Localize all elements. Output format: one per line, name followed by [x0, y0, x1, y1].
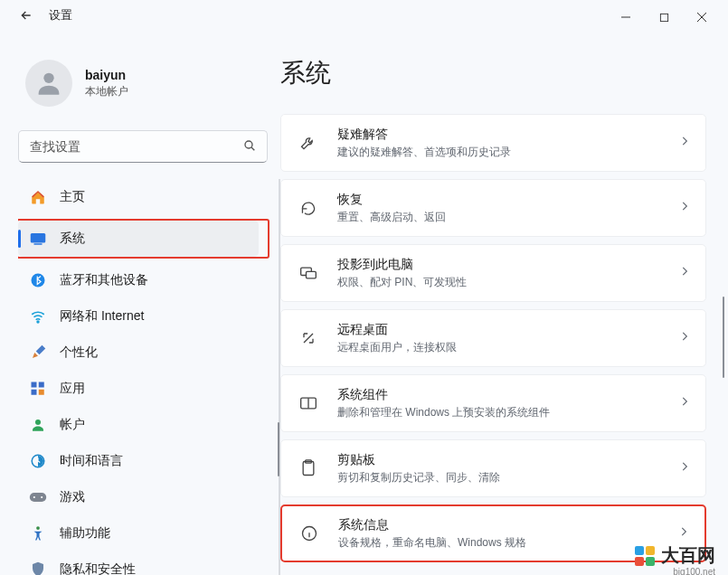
svg-rect-8 — [34, 243, 43, 245]
system-icon — [29, 230, 47, 248]
project-icon — [296, 265, 321, 281]
sidebar-item-label: 个性化 — [60, 344, 98, 361]
card-recovery[interactable]: 恢复重置、高级启动、返回 — [280, 179, 706, 237]
card-clipboard[interactable]: 剪贴板剪切和复制历史记录、同步、清除 — [280, 439, 706, 497]
svg-rect-7 — [31, 233, 46, 243]
svg-point-19 — [41, 496, 43, 498]
chevron-right-icon — [678, 200, 691, 216]
sidebar-item-accessibility[interactable]: 辅助功能 — [18, 515, 268, 551]
card-title: 系统信息 — [338, 517, 677, 533]
sidebar-item-time[interactable]: 时间和语言 — [18, 443, 268, 479]
search-input[interactable] — [18, 130, 268, 163]
avatar — [25, 60, 72, 107]
chevron-right-icon — [678, 135, 691, 151]
sidebar-item-accounts[interactable]: 帐户 — [18, 407, 268, 443]
sidebar-item-label: 主页 — [60, 189, 85, 205]
recovery-icon — [296, 200, 321, 216]
svg-point-5 — [245, 141, 252, 148]
svg-rect-22 — [307, 271, 317, 278]
back-button[interactable] — [18, 7, 34, 24]
page-title: 系统 — [280, 56, 706, 90]
card-sub: 设备规格，重命名电脑、Windows 规格 — [338, 535, 677, 551]
svg-point-10 — [37, 321, 39, 323]
card-remote[interactable]: 远程桌面远程桌面用户，连接权限 — [280, 309, 706, 367]
card-sub: 删除和管理在 Windows 上预安装的系统组件 — [337, 405, 678, 420]
maximize-button[interactable] — [645, 4, 683, 31]
card-project[interactable]: 投影到此电脑权限、配对 PIN、可发现性 — [280, 244, 706, 302]
watermark: 大百网 big100.net — [634, 543, 715, 568]
svg-point-4 — [43, 73, 53, 83]
svg-rect-12 — [39, 382, 44, 388]
clipboard-icon — [296, 459, 321, 477]
svg-rect-17 — [30, 493, 46, 502]
sidebar-item-gaming[interactable]: 游戏 — [18, 479, 268, 515]
minimize-button[interactable] — [607, 4, 645, 31]
chevron-right-icon — [678, 395, 691, 411]
sidebar-item-label: 系统 — [60, 231, 85, 247]
search-box[interactable] — [18, 130, 268, 163]
card-title: 恢复 — [337, 192, 678, 208]
sidebar-item-personalization[interactable]: 个性化 — [18, 335, 268, 371]
watermark-text: 大百网 — [661, 543, 715, 568]
card-title: 投影到此电脑 — [337, 257, 678, 273]
components-icon — [296, 396, 321, 410]
watermark-logo — [634, 545, 656, 567]
personalization-icon — [29, 344, 47, 362]
apps-icon — [29, 380, 47, 398]
sidebar-item-system[interactable]: 系统 — [18, 221, 259, 257]
svg-line-6 — [251, 147, 254, 150]
about-icon — [297, 524, 322, 542]
sidebar-scrollbar[interactable] — [278, 422, 279, 476]
sidebar-highlight: 系统 — [18, 219, 269, 259]
sidebar-item-label: 应用 — [60, 381, 85, 397]
svg-rect-13 — [32, 390, 37, 395]
chevron-right-icon — [678, 330, 691, 346]
card-title: 剪贴板 — [337, 452, 678, 468]
profile-sub: 本地帐户 — [85, 84, 128, 99]
close-button[interactable] — [683, 4, 721, 31]
search-icon — [242, 138, 257, 156]
accounts-icon — [29, 416, 47, 434]
remote-icon — [296, 329, 321, 347]
time-icon — [29, 452, 47, 470]
gaming-icon — [29, 488, 47, 506]
home-icon — [29, 188, 47, 206]
sidebar-item-privacy[interactable]: 隐私和安全性 — [18, 551, 268, 575]
card-title: 疑难解答 — [337, 127, 678, 143]
sidebar-item-label: 网络和 Internet — [60, 308, 144, 325]
svg-rect-11 — [32, 382, 37, 388]
card-sub: 重置、高级启动、返回 — [337, 210, 678, 225]
svg-rect-1 — [660, 14, 667, 21]
sidebar-item-network[interactable]: 网络和 Internet — [18, 298, 268, 335]
profile-block[interactable]: baiyun 本地帐户 — [18, 43, 280, 127]
privacy-icon — [29, 561, 47, 575]
sidebar-item-label: 游戏 — [60, 489, 85, 505]
watermark-sub: big100.net — [673, 567, 715, 575]
svg-rect-14 — [39, 390, 44, 395]
sidebar-item-label: 时间和语言 — [60, 453, 123, 469]
card-sub: 剪切和复制历史记录、同步、清除 — [337, 470, 678, 485]
card-title: 系统组件 — [337, 387, 678, 403]
card-sub: 建议的疑难解答、首选项和历史记录 — [337, 145, 678, 160]
sidebar-item-home[interactable]: 主页 — [18, 179, 268, 215]
svg-point-18 — [33, 496, 35, 498]
window-title: 设置 — [49, 7, 72, 24]
troubleshoot-icon — [296, 134, 321, 152]
sidebar-item-bluetooth[interactable]: 蓝牙和其他设备 — [18, 262, 268, 298]
sidebar-item-apps[interactable]: 应用 — [18, 371, 268, 407]
card-components[interactable]: 系统组件删除和管理在 Windows 上预安装的系统组件 — [280, 374, 706, 432]
chevron-right-icon — [678, 265, 691, 281]
network-icon — [29, 307, 47, 325]
chevron-right-icon — [678, 460, 691, 476]
svg-point-20 — [36, 526, 40, 530]
bluetooth-icon — [29, 271, 47, 289]
svg-point-9 — [32, 274, 45, 288]
svg-point-15 — [35, 419, 41, 425]
card-troubleshoot[interactable]: 疑难解答建议的疑难解答、首选项和历史记录 — [280, 114, 706, 172]
card-title: 远程桌面 — [337, 322, 678, 338]
card-sub: 远程桌面用户，连接权限 — [337, 340, 678, 355]
main-scrollbar[interactable] — [723, 297, 724, 378]
accessibility-icon — [29, 524, 47, 542]
sidebar-item-label: 辅助功能 — [60, 525, 110, 542]
card-sub: 权限、配对 PIN、可发现性 — [337, 275, 678, 290]
